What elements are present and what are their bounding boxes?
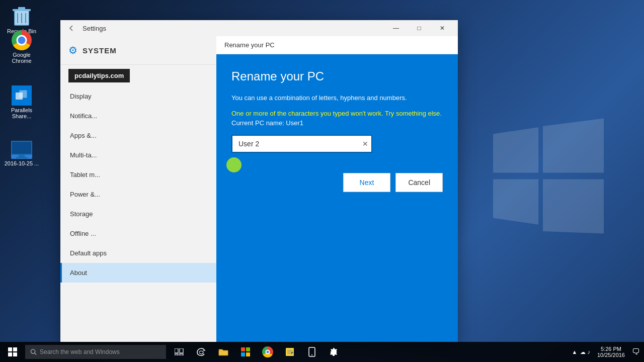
close-button[interactable]: ✕ — [431, 20, 454, 36]
svg-rect-11 — [16, 157, 27, 158]
settings-main: 🔍 PC Change product key or upgrade your — [216, 36, 458, 342]
desktop-logo — [493, 25, 604, 327]
screenshot-icon[interactable]: 2016-10-25 ... — [4, 141, 39, 166]
settings-taskbar-icon[interactable] — [323, 342, 345, 362]
screenshot-label: 2016-10-25 ... — [5, 160, 39, 166]
window-controls: — □ ✕ — [384, 20, 454, 36]
dialog-description: You can use a combination of letters, hy… — [231, 94, 443, 103]
store-icon[interactable] — [234, 342, 257, 362]
dialog-heading: Rename your PC — [231, 69, 443, 83]
cancel-button[interactable]: Cancel — [395, 173, 443, 192]
svg-rect-19 — [180, 348, 183, 353]
notification-icon[interactable]: 🗨 — [632, 347, 640, 356]
taskbar-clock[interactable]: 5:26 PM 10/25/2016 — [593, 346, 629, 358]
chrome-label: Google Chrome — [4, 52, 39, 64]
edge-icon[interactable] — [190, 342, 212, 362]
minimize-button[interactable]: — — [384, 20, 408, 36]
dialog-input-wrapper: ✕ — [231, 135, 372, 153]
parallels-label: Parallels Share... — [4, 107, 39, 119]
nav-item-apps[interactable]: Apps &... — [60, 126, 216, 145]
svg-rect-23 — [241, 347, 245, 351]
window-title: Settings — [83, 25, 106, 32]
svg-rect-9 — [12, 142, 31, 154]
svg-rect-2 — [18, 7, 25, 10]
svg-rect-13 — [13, 347, 17, 351]
task-view-button[interactable] — [168, 342, 190, 362]
taskbar-search-input[interactable] — [40, 348, 161, 355]
settings-body: ⚙ SYSTEM pcdailytips.com Display Notific… — [60, 36, 458, 342]
parallels-box — [12, 85, 32, 106]
taskbar-search[interactable] — [25, 345, 166, 359]
chrome-taskbar-icon[interactable] — [257, 342, 279, 362]
next-button[interactable]: Next — [343, 173, 391, 192]
svg-rect-26 — [246, 352, 250, 356]
nav-item-notifications[interactable]: Notifica... — [60, 106, 216, 126]
nav-item-tablet[interactable]: Tablet m... — [60, 165, 216, 185]
svg-rect-7 — [20, 90, 27, 98]
system-tray-icons: ☁ ♪ — [580, 349, 590, 355]
chrome-desktop-icon[interactable]: Google Chrome — [4, 30, 39, 64]
svg-rect-14 — [8, 352, 12, 356]
pc-name-input[interactable] — [231, 135, 372, 153]
svg-rect-20 — [175, 354, 178, 355]
dialog-content: Rename your PC You can use a combination… — [216, 54, 458, 342]
dialog-current-name: Current PC name: User1 — [231, 119, 443, 127]
svg-rect-10 — [19, 155, 25, 157]
dialog-titlebar-text: Rename your PC — [224, 41, 275, 49]
svg-rect-24 — [246, 347, 250, 351]
file-explorer-icon[interactable] — [212, 342, 234, 362]
nav-item-display[interactable]: Display — [60, 86, 216, 106]
nav-item-storage[interactable]: Storage — [60, 204, 216, 224]
phone-icon[interactable] — [301, 342, 323, 362]
dialog-error-text: One or more of the characters you typed … — [231, 110, 443, 117]
rename-dialog-overlay: Rename your PC Rename your PC You can us… — [216, 36, 458, 342]
watermark-label: pcdailytips.com — [68, 69, 130, 82]
svg-rect-22 — [219, 351, 228, 355]
chrome-circle — [12, 30, 32, 50]
svg-rect-21 — [180, 354, 183, 355]
input-clear-button[interactable]: ✕ — [362, 140, 368, 148]
title-bar: Settings — □ ✕ — [60, 20, 458, 36]
monitor-icon — [11, 141, 32, 159]
desktop: Recycle Bin Google Chrome Parallels Shar… — [0, 0, 644, 362]
clock-date: 10/25/2016 — [597, 352, 625, 358]
svg-rect-25 — [241, 352, 245, 356]
sidebar-header: ⚙ SYSTEM — [60, 36, 216, 65]
svg-line-17 — [35, 353, 36, 354]
title-bar-nav — [64, 21, 78, 35]
parallels-icon[interactable]: Parallels Share... — [4, 85, 39, 119]
maximize-button[interactable]: □ — [408, 20, 431, 36]
taskbar-system-tray: ▲ ☁ ♪ 5:26 PM 10/25/2016 🗨 — [568, 346, 644, 358]
svg-rect-18 — [175, 348, 178, 353]
svg-point-32 — [311, 354, 312, 355]
system-tray-arrow[interactable]: ▲ — [572, 349, 577, 355]
svg-point-16 — [31, 349, 35, 353]
start-button[interactable] — [0, 342, 25, 362]
settings-window: Settings — □ ✕ ⚙ S — [60, 20, 458, 342]
dialog-titlebar: Rename your PC — [216, 36, 458, 54]
nav-item-offline[interactable]: Offline ... — [60, 224, 216, 243]
taskbar-icons — [168, 342, 345, 362]
taskbar: ▲ ☁ ♪ 5:26 PM 10/25/2016 🗨 — [0, 342, 644, 362]
system-label: SYSTEM — [83, 46, 117, 55]
nav-item-default-apps[interactable]: Default apps — [60, 243, 216, 263]
gear-icon: ⚙ — [68, 44, 77, 56]
nav-item-multitasking[interactable]: Multi-ta... — [60, 145, 216, 165]
nav-item-about[interactable]: About — [60, 263, 216, 283]
dialog-actions: Next Cancel — [231, 173, 443, 192]
clock-time: 5:26 PM — [597, 346, 625, 352]
recycle-bin-icon[interactable]: Recycle Bin — [4, 4, 39, 34]
svg-rect-12 — [8, 347, 12, 351]
settings-sidebar: ⚙ SYSTEM pcdailytips.com Display Notific… — [60, 36, 216, 342]
sticky-notes-icon[interactable] — [279, 342, 301, 362]
chrome-inner — [266, 350, 270, 354]
back-button[interactable] — [64, 21, 78, 35]
chrome-taskbar-circle — [262, 346, 273, 357]
svg-rect-15 — [13, 352, 17, 356]
nav-item-power[interactable]: Power &... — [60, 185, 216, 204]
